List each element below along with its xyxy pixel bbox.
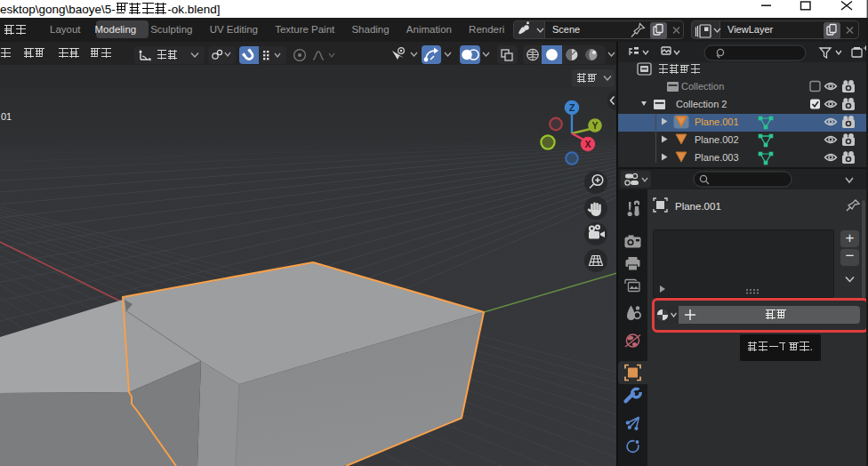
svg-text:X: X bbox=[584, 139, 591, 149]
svg-text:Y: Y bbox=[591, 120, 598, 131]
svg-text:Z: Z bbox=[569, 102, 575, 113]
